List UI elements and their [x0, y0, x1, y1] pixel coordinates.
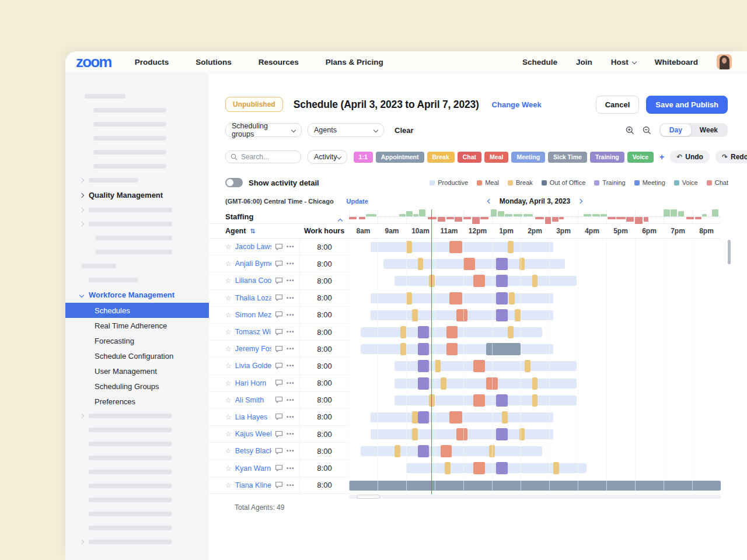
more-options-icon[interactable]: •••: [287, 448, 295, 454]
schedule-grid-cell[interactable]: [349, 392, 721, 409]
redo-button[interactable]: ↷Redo: [715, 150, 747, 163]
schedule-grid-cell[interactable]: [349, 409, 721, 426]
schedule-grid-cell[interactable]: [349, 443, 721, 460]
more-options-icon[interactable]: •••: [287, 431, 295, 437]
agent-name-link[interactable]: Simon Meza: [235, 311, 271, 319]
nav-link-host[interactable]: Host: [611, 58, 636, 66]
favorite-star-icon[interactable]: ☆: [225, 413, 232, 421]
sidebar-item-real-time-adherence[interactable]: Real Time Adherence: [65, 318, 209, 333]
add-activity-button[interactable]: +: [657, 152, 667, 162]
activity-chip-voice[interactable]: Voice: [627, 152, 654, 163]
favorite-star-icon[interactable]: ☆: [225, 447, 232, 455]
activity-chip-meal[interactable]: Meal: [484, 152, 508, 163]
chat-bubble-icon[interactable]: [275, 328, 283, 336]
activity-select[interactable]: Activity: [308, 150, 347, 164]
chat-bubble-icon[interactable]: [275, 345, 283, 353]
chat-bubble-icon[interactable]: [275, 379, 283, 387]
more-options-icon[interactable]: •••: [287, 278, 295, 284]
favorite-star-icon[interactable]: ☆: [225, 294, 232, 302]
collapse-staffing-icon[interactable]: [338, 215, 342, 225]
chat-bubble-icon[interactable]: [275, 396, 283, 404]
schedule-grid-cell[interactable]: [349, 358, 721, 374]
sidebar-item-schedule-configuration[interactable]: Schedule Configuration: [65, 348, 209, 363]
schedule-grid-cell[interactable]: [349, 290, 721, 307]
schedule-grid-cell[interactable]: [349, 477, 721, 494]
activity-chip-1-1[interactable]: 1:1: [354, 152, 373, 163]
schedule-grid-cell[interactable]: [349, 460, 721, 477]
nav-link-products[interactable]: Products: [135, 58, 169, 66]
favorite-star-icon[interactable]: ☆: [225, 396, 232, 404]
horizontal-scrollbar[interactable]: [349, 495, 721, 499]
favorite-star-icon[interactable]: ☆: [225, 276, 232, 285]
sidebar-item-schedules[interactable]: Schedules: [65, 303, 209, 318]
chat-bubble-icon[interactable]: [275, 277, 283, 285]
agent-name-link[interactable]: Kyan Warner: [235, 464, 271, 473]
user-avatar[interactable]: [717, 54, 732, 69]
nav-link-resources[interactable]: Resources: [259, 58, 299, 66]
chat-bubble-icon[interactable]: [275, 294, 283, 302]
chat-bubble-icon[interactable]: [275, 362, 283, 370]
more-options-icon[interactable]: •••: [287, 329, 295, 335]
cancel-button[interactable]: Cancel: [596, 96, 640, 114]
more-options-icon[interactable]: •••: [287, 466, 295, 471]
more-options-icon[interactable]: •••: [287, 414, 295, 420]
more-options-icon[interactable]: •••: [287, 312, 295, 318]
clear-filters-button[interactable]: Clear: [395, 126, 414, 135]
zoom-out-icon[interactable]: [643, 126, 651, 135]
nav-link-join[interactable]: Join: [576, 58, 592, 66]
agent-name-link[interactable]: Betsy Black: [235, 447, 271, 455]
sort-icon[interactable]: ⇅: [250, 228, 255, 235]
activity-chip-appointment[interactable]: Appointment: [376, 152, 424, 163]
more-options-icon[interactable]: •••: [287, 346, 295, 352]
undo-button[interactable]: ↶Undo: [670, 150, 710, 163]
chat-bubble-icon[interactable]: [275, 464, 283, 472]
agent-name-link[interactable]: Ali Smith: [235, 396, 264, 404]
agent-name-link[interactable]: Tomasz Wise: [235, 328, 271, 336]
favorite-star-icon[interactable]: ☆: [225, 345, 232, 353]
sidebar-item-user-management[interactable]: User Management: [65, 363, 209, 379]
sidebar-item-forecasting[interactable]: Forecasting: [65, 333, 209, 348]
favorite-star-icon[interactable]: ☆: [225, 379, 232, 387]
show-activity-detail-toggle[interactable]: [225, 178, 243, 187]
week-view-button[interactable]: Week: [691, 124, 727, 136]
agent-name-link[interactable]: Jeremy Foster: [235, 345, 271, 353]
chat-bubble-icon[interactable]: [275, 481, 283, 489]
sidebar-item-preferences[interactable]: Preferences: [65, 394, 209, 409]
activity-chip-meeting[interactable]: Meeting: [511, 152, 545, 163]
change-week-link[interactable]: Change Week: [492, 100, 542, 109]
more-options-icon[interactable]: •••: [287, 363, 295, 369]
activity-chip-break[interactable]: Break: [427, 152, 455, 163]
favorite-star-icon[interactable]: ☆: [225, 481, 232, 489]
activity-chip-chat[interactable]: Chat: [458, 152, 481, 163]
sidebar-item-workforce-management[interactable]: Workforce Management: [65, 287, 209, 303]
agent-name-link[interactable]: Hari Horn: [235, 379, 267, 387]
agents-select[interactable]: Agents: [308, 123, 384, 137]
agent-name-link[interactable]: Anjali Byrne: [235, 260, 271, 268]
vertical-scrollbar-thumb[interactable]: [728, 240, 731, 264]
scheduling-groups-select[interactable]: Scheduling groups: [225, 123, 302, 137]
favorite-star-icon[interactable]: ☆: [225, 311, 232, 319]
schedule-grid-cell[interactable]: [349, 256, 721, 272]
favorite-star-icon[interactable]: ☆: [225, 430, 232, 438]
schedule-grid-cell[interactable]: [349, 375, 721, 392]
chat-bubble-icon[interactable]: [275, 430, 283, 438]
zoom-in-icon[interactable]: [626, 126, 634, 135]
activity-chip-sick-time[interactable]: Sick Time: [548, 152, 587, 163]
sidebar-item-quality-management[interactable]: Quality Management: [65, 187, 209, 203]
favorite-star-icon[interactable]: ☆: [225, 260, 232, 268]
sidebar-item-scheduling-groups[interactable]: Scheduling Groups: [65, 379, 209, 394]
schedule-grid-cell[interactable]: [349, 307, 721, 324]
agent-name-link[interactable]: Thalia Lozano: [235, 294, 271, 302]
more-options-icon[interactable]: •••: [287, 295, 295, 301]
nav-link-solutions[interactable]: Solutions: [196, 58, 232, 66]
chat-bubble-icon[interactable]: [275, 447, 283, 455]
agent-name-link[interactable]: Lia Hayes: [235, 413, 268, 421]
favorite-star-icon[interactable]: ☆: [225, 328, 232, 336]
schedule-grid-cell[interactable]: [349, 272, 721, 289]
previous-day-icon[interactable]: [487, 199, 492, 204]
chat-bubble-icon[interactable]: [275, 413, 283, 421]
agent-name-link[interactable]: Kajus Weeks: [235, 430, 271, 438]
more-options-icon[interactable]: •••: [287, 482, 295, 488]
nav-link-plans-pricing[interactable]: Plans & Pricing: [326, 58, 383, 66]
nav-link-schedule[interactable]: Schedule: [522, 58, 557, 66]
